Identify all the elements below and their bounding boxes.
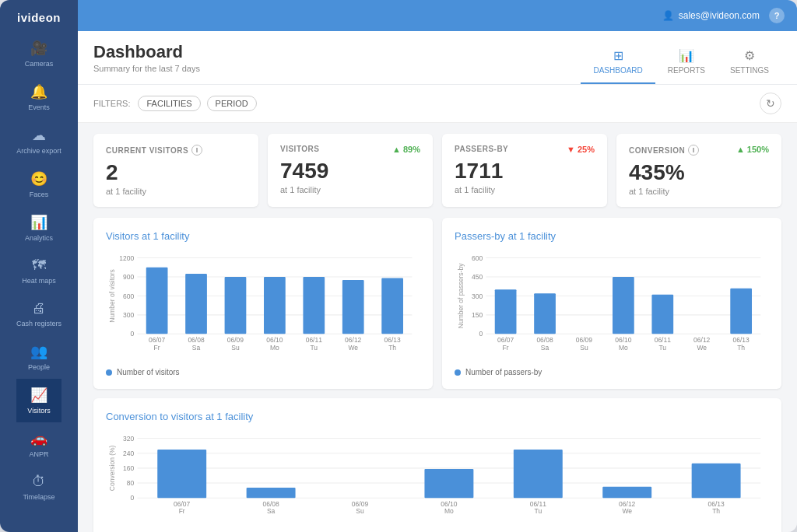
tab-reports[interactable]: 📊REPORTS bbox=[655, 42, 718, 84]
stats-row: CURRENT VISITORS i 2 at 1 facility VISIT… bbox=[78, 123, 797, 218]
svg-text:Fr: Fr bbox=[503, 344, 509, 352]
svg-text:Sa: Sa bbox=[541, 344, 549, 352]
svg-rect-72 bbox=[157, 450, 206, 498]
svg-rect-83 bbox=[514, 450, 563, 498]
stat-change-passers_by: ▼ 25% bbox=[567, 145, 595, 154]
sidebar-item-anpr[interactable]: 🚗ANPR bbox=[16, 422, 61, 466]
anpr-icon: 🚗 bbox=[30, 430, 47, 447]
stat-header-passers_by: PASSERS-BY ▼ 25% bbox=[455, 145, 595, 154]
stat-header-current_visitors: CURRENT VISITORS i bbox=[106, 145, 246, 156]
svg-text:06/08: 06/08 bbox=[536, 336, 553, 344]
svg-text:80: 80 bbox=[127, 479, 135, 487]
stat-value-visitors: 7459 bbox=[280, 159, 420, 184]
svg-text:Tu: Tu bbox=[659, 344, 667, 352]
svg-text:We: We bbox=[348, 344, 358, 352]
svg-rect-50 bbox=[613, 277, 634, 334]
svg-rect-58 bbox=[730, 289, 752, 334]
sidebar-item-heatmaps[interactable]: 🗺Heat maps bbox=[16, 250, 61, 292]
svg-text:06/11: 06/11 bbox=[306, 336, 323, 344]
svg-text:06/12: 06/12 bbox=[693, 336, 711, 344]
svg-text:06/07: 06/07 bbox=[174, 500, 191, 508]
stat-value-conversion: 435% bbox=[629, 160, 769, 185]
svg-text:160: 160 bbox=[123, 464, 134, 472]
svg-text:06/12: 06/12 bbox=[619, 500, 636, 508]
svg-text:We: We bbox=[622, 508, 632, 516]
stat-header-visitors: VISITORS ▲ 89% bbox=[280, 145, 420, 154]
analytics-icon: 📊 bbox=[30, 214, 47, 231]
svg-text:Sa: Sa bbox=[192, 344, 201, 352]
page-subtitle: Summary for the last 7 days bbox=[93, 64, 200, 73]
stat-sub-passers_by: at 1 facility bbox=[455, 185, 595, 194]
svg-text:06/09: 06/09 bbox=[227, 336, 244, 344]
svg-text:06/11: 06/11 bbox=[530, 500, 547, 508]
svg-text:Sa: Sa bbox=[267, 508, 276, 516]
archive-label: Archive export bbox=[16, 147, 61, 155]
svg-text:Fr: Fr bbox=[154, 344, 160, 352]
passers-chart-svg: 015030045060006/07Fr06/08Sa06/09Su06/10M… bbox=[455, 251, 769, 359]
info-icon: i bbox=[688, 145, 699, 156]
svg-text:06/07: 06/07 bbox=[497, 336, 514, 344]
svg-text:Su: Su bbox=[580, 344, 588, 352]
timelapse-label: Timelapse bbox=[23, 493, 54, 501]
svg-text:06/13: 06/13 bbox=[384, 336, 402, 344]
topbar: 👤 sales@ivideon.com ? bbox=[78, 0, 797, 31]
sidebar-item-visitors[interactable]: 📈Visitors bbox=[16, 379, 61, 422]
svg-text:0: 0 bbox=[479, 330, 483, 338]
sidebar-item-cameras[interactable]: 🎥Cameras bbox=[16, 32, 61, 75]
svg-text:320: 320 bbox=[123, 435, 134, 443]
stat-change-conversion: ▲ 150% bbox=[736, 145, 769, 154]
cameras-label: Cameras bbox=[25, 60, 54, 68]
svg-text:06/07: 06/07 bbox=[149, 336, 166, 344]
svg-rect-16 bbox=[225, 277, 247, 334]
info-icon: i bbox=[191, 145, 202, 156]
stat-value-passers_by: 1711 bbox=[455, 159, 595, 184]
stat-card-current_visitors: CURRENT VISITORS i 2 at 1 facility bbox=[93, 134, 258, 207]
stat-sub-conversion: at 1 facility bbox=[629, 187, 769, 196]
sidebar-item-cash[interactable]: 🖨Cash registers bbox=[16, 292, 61, 335]
settings-tab-icon: ⚙ bbox=[744, 48, 755, 63]
user-icon: 👤 bbox=[662, 10, 674, 21]
svg-text:150: 150 bbox=[472, 311, 483, 319]
passers-legend: Number of passers-by bbox=[455, 368, 769, 376]
sidebar-item-timelapse[interactable]: ⏱Timelapse bbox=[16, 466, 61, 509]
sidebar-item-analytics[interactable]: 📊Analytics bbox=[16, 206, 61, 250]
stat-title-passers_by: PASSERS-BY bbox=[455, 145, 508, 153]
visitors-chart-title: Visitors at 1 facility bbox=[106, 230, 420, 242]
svg-text:06/10: 06/10 bbox=[615, 336, 632, 344]
svg-text:Mo: Mo bbox=[619, 344, 628, 352]
help-button[interactable]: ? bbox=[769, 8, 785, 23]
svg-rect-13 bbox=[185, 274, 207, 334]
filter-bar: FILTERS: FACILITIESPERIOD ↻ bbox=[78, 85, 797, 123]
sidebar-item-archive[interactable]: ☁Archive export bbox=[16, 119, 61, 163]
svg-text:06/10: 06/10 bbox=[266, 336, 283, 344]
svg-rect-25 bbox=[342, 280, 364, 334]
sidebar-item-events[interactable]: 🔔Events bbox=[16, 75, 61, 119]
svg-rect-10 bbox=[146, 268, 168, 334]
page-header: Dashboard Summary for the last 7 days ⊞D… bbox=[78, 31, 797, 85]
sidebar-item-people[interactable]: 👥People bbox=[16, 335, 61, 379]
timelapse-icon: ⏱ bbox=[32, 474, 46, 490]
svg-rect-28 bbox=[381, 278, 403, 334]
people-icon: 👥 bbox=[30, 343, 47, 360]
page-title-area: Dashboard Summary for the last 7 days bbox=[93, 42, 200, 73]
user-email: sales@ivideon.com bbox=[679, 10, 760, 21]
sidebar-item-faces[interactable]: 😊Faces bbox=[16, 163, 61, 206]
people-label: People bbox=[28, 363, 50, 371]
refresh-button[interactable]: ↻ bbox=[760, 93, 781, 114]
filter-chip-period[interactable]: PERIOD bbox=[207, 96, 257, 111]
svg-text:06/08: 06/08 bbox=[188, 336, 205, 344]
cash-icon: 🖨 bbox=[32, 300, 46, 317]
svg-rect-22 bbox=[303, 277, 325, 334]
svg-text:06/12: 06/12 bbox=[345, 336, 362, 344]
svg-rect-80 bbox=[424, 469, 473, 498]
filter-chip-facilities[interactable]: FACILITIES bbox=[138, 96, 200, 111]
tab-settings[interactable]: ⚙SETTINGS bbox=[718, 42, 781, 84]
settings-tab-label: SETTINGS bbox=[730, 66, 769, 75]
header-tabs: ⊞DASHBOARD📊REPORTS⚙SETTINGS bbox=[581, 42, 781, 84]
svg-text:We: We bbox=[697, 344, 707, 352]
svg-text:Su: Su bbox=[356, 508, 364, 516]
svg-text:240: 240 bbox=[123, 450, 134, 457]
tab-dashboard[interactable]: ⊞DASHBOARD bbox=[581, 42, 655, 84]
svg-text:600: 600 bbox=[472, 254, 483, 262]
visitors-chart-card: Visitors at 1 facility 0300600900120006/… bbox=[93, 218, 433, 389]
